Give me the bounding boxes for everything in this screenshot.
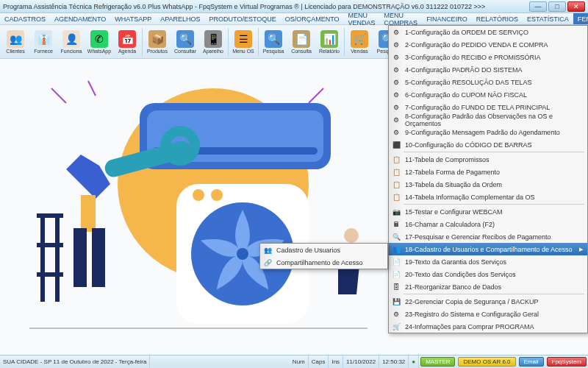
submenu-arrow-icon: ▶ [579, 247, 583, 252]
status-email-button[interactable]: Email [519, 357, 544, 367]
dropdown-item-3[interactable]: ⚙3-Configuração do RECIBO e PROMISSÓRIA [389, 51, 587, 63]
vendas-icon: 🛒 [351, 30, 368, 48]
menu-item-icon: 📄 [391, 269, 401, 280]
menu-aparelhos[interactable]: APARELHOS [156, 13, 204, 24]
toolbar-aparelho[interactable]: 📱Aparelho [199, 26, 227, 57]
toolbar-consultar[interactable]: 🔍Consultar [171, 26, 199, 57]
status-brand-button[interactable]: FpqSystem [547, 357, 587, 367]
dropdown-item-7[interactable]: ⚙7-Configuração do FUNDO DE TELA PRINCIP… [389, 101, 587, 113]
dropdown-item-20[interactable]: 📄20-Texto das Condições dos Serviços [389, 268, 587, 280]
status-location-date: SUA CIDADE - SP 11 de Outubro de 2022 - … [0, 355, 150, 368]
consultar-icon: 🔍 [176, 30, 194, 48]
pesquisa-icon: 🔍 [265, 30, 282, 48]
ferramentas-dropdown: ⚙1-Configuração da ORDEM DE SERVIÇO⚙2-Co… [388, 25, 588, 333]
menu-whatsapp[interactable]: WHATSAPP [110, 13, 156, 24]
background-illustration [29, 66, 368, 346]
toolbar-relatório[interactable]: 📊Relatório [315, 26, 343, 57]
toolbar-fornece[interactable]: 👔Fornece [29, 26, 57, 57]
menu-relatrios[interactable]: RELATÓRIOS [472, 13, 523, 24]
status-caps: Caps [309, 355, 329, 368]
toolbar-pesquisa[interactable]: 🔍Pesquisa [259, 26, 287, 57]
status-date: 11/10/2022 [343, 355, 379, 368]
menu-cadastros[interactable]: CADASTROS [0, 13, 50, 24]
svg-point-19 [344, 228, 359, 243]
toolbar-clientes[interactable]: 👥Clientes [1, 26, 29, 57]
window-controls: — □ ✕ [529, 1, 585, 12]
dropdown-item-24[interactable]: 🛒24-Informações para Comprar PROGRAMA [389, 320, 587, 333]
menu-item-icon: 💾 [391, 297, 401, 307]
dropdown-item-6[interactable]: ⚙6-Configuração do CUPOM NÃO FISCAL [389, 88, 587, 101]
menu-item-icon: 📋 [391, 155, 401, 165]
dropdown-item-15[interactable]: 📷15-Testar e Configurar WEBCAM [389, 205, 587, 218]
dropdown-item-14[interactable]: 📋14-Tabela Informação Complementar da OS [389, 191, 587, 203]
submenu-item-2[interactable]: 🔗Compartilhamento de Acesso [260, 256, 387, 269]
menu-ferramentas[interactable]: FERRAMENTAS [573, 13, 588, 24]
status-master-button[interactable]: MASTER [420, 357, 455, 367]
dropdown-item-21[interactable]: 🗄21-Reorganizar Banco de Dados [389, 280, 587, 293]
dropdown-item-12[interactable]: 📋12-Tabela Forma de Pagamento [389, 166, 587, 178]
produtos-icon: 📦 [148, 30, 166, 48]
dropdown-item-5[interactable]: ⚙5-Configuração RESOLUÇÃO DAS TELAS [389, 76, 587, 88]
menu-financeiro[interactable]: FINANCEIRO [422, 13, 472, 24]
svg-rect-16 [37, 213, 63, 218]
funciona-icon: 👤 [62, 30, 80, 48]
dropdown-item-22[interactable]: 💾22-Gerenciar Copia de Segurança / BACKU… [389, 295, 587, 308]
svg-rect-17 [37, 243, 63, 247]
toolbar-menu os[interactable]: ☰Menu OS [229, 26, 257, 57]
minimize-button[interactable]: — [529, 1, 547, 12]
menu-item-icon: ⚙ [391, 102, 401, 113]
menu-estatstica[interactable]: ESTATÍSTICA [523, 13, 573, 24]
dropdown-item-11[interactable]: 📋11-Tabela de Compromissos [389, 153, 587, 166]
svg-point-7 [193, 189, 204, 201]
dropdown-item-17[interactable]: 🔍17-Pesquisar e Gerenciar Recibos de Pag… [389, 230, 587, 243]
toolbar-whatsapp[interactable]: ✆WhatsApp [85, 26, 113, 57]
submenu-item-1[interactable]: 👥Cadastro de Usuarios [260, 244, 387, 256]
svg-rect-9 [81, 195, 96, 232]
menu-menucompras[interactable]: MENU COMPRAS [380, 13, 423, 24]
dropdown-item-4[interactable]: ⚙4-Configuração PADRÃO DO SISTEMA [389, 63, 587, 76]
relatório-icon: 📊 [320, 30, 338, 48]
toolbar-consulta[interactable]: 📄Consulta [287, 26, 315, 57]
menu-menuvendas[interactable]: MENU VENDAS [344, 13, 380, 24]
dropdown-item-9[interactable]: ⚙9-Configuração Mensagem Padrão do Agend… [389, 126, 587, 138]
menu-item-icon: ⚙ [391, 309, 401, 319]
svg-rect-15 [55, 213, 60, 302]
toolbar-vendas[interactable]: 🛒Vendas [345, 26, 373, 57]
dropdown-item-1[interactable]: ⚙1-Configuração da ORDEM DE SERVIÇO [389, 26, 587, 38]
menu-agendamento[interactable]: AGENDAMENTO [50, 13, 110, 24]
toolbar-produtos[interactable]: 📦Produtos [143, 26, 171, 57]
toolbar-funciona[interactable]: 👤Funciona [57, 26, 85, 57]
menu-item-icon: 📋 [391, 180, 401, 190]
menu-item-icon: ⚙ [391, 77, 401, 88]
clientes-icon: 👥 [7, 30, 24, 48]
menubar: CADASTROSAGENDAMENTOWHATSAPPAPARELHOSPRO… [0, 13, 588, 25]
dropdown-item-19[interactable]: 📄19-Texto da Garantia dos Serviços [389, 255, 587, 268]
status-time: 12:50:32 [379, 355, 409, 368]
svg-rect-14 [40, 213, 45, 302]
menu-item-icon: ⚙ [391, 127, 401, 138]
dropdown-item-2[interactable]: ⚙2-Configuração do PEDIDO VENDA E COMPRA [389, 38, 587, 51]
menu-osoramento[interactable]: OS/ORÇAMENTO [281, 13, 344, 24]
close-button[interactable]: ✕ [567, 1, 585, 12]
dropdown-item-18[interactable]: 👥18-Cadastro de Usuarios e Compartilhame… [389, 243, 587, 255]
svg-rect-20 [29, 328, 368, 329]
menu-item-icon: 🛒 [391, 322, 401, 332]
menu-item-icon: 🖩 [391, 219, 401, 230]
menu-produtoestoque[interactable]: PRODUTO/ESTOQUE [205, 13, 281, 24]
dropdown-item-23[interactable]: ⚙23-Registro do Sistema e Configuração G… [389, 308, 587, 320]
whatsapp-icon: ✆ [90, 30, 108, 48]
menu-item-icon: ⬛ [391, 140, 401, 150]
dropdown-item-13[interactable]: 📋13-Tabela da Situação da Ordem [389, 178, 587, 191]
dropdown-item-16[interactable]: 🖩16-Chamar a Calculadora (F2) [389, 218, 587, 230]
submenu-item-icon: 👥 [262, 245, 273, 255]
statusbar: SUA CIDADE - SP 11 de Outubro de 2022 - … [0, 355, 588, 368]
dropdown-item-8[interactable]: ⚙8-Configuração Padrão das Observações n… [389, 113, 587, 126]
window-title: Programa Assistência Técnica Refrigeraçã… [3, 3, 529, 10]
titlebar: Programa Assistência Técnica Refrigeraçã… [0, 0, 588, 13]
status-demo-button[interactable]: DEMO OS AR 6.0 [458, 357, 515, 367]
submenu-item-icon: 🔗 [262, 258, 273, 268]
menu-item-icon: 📄 [391, 257, 401, 267]
dropdown-item-10[interactable]: ⬛10-Configuração do CÓDIGO DE BARRAS [389, 138, 587, 151]
maximize-button[interactable]: □ [548, 1, 566, 12]
toolbar-agenda[interactable]: 📅Agenda [113, 26, 141, 57]
